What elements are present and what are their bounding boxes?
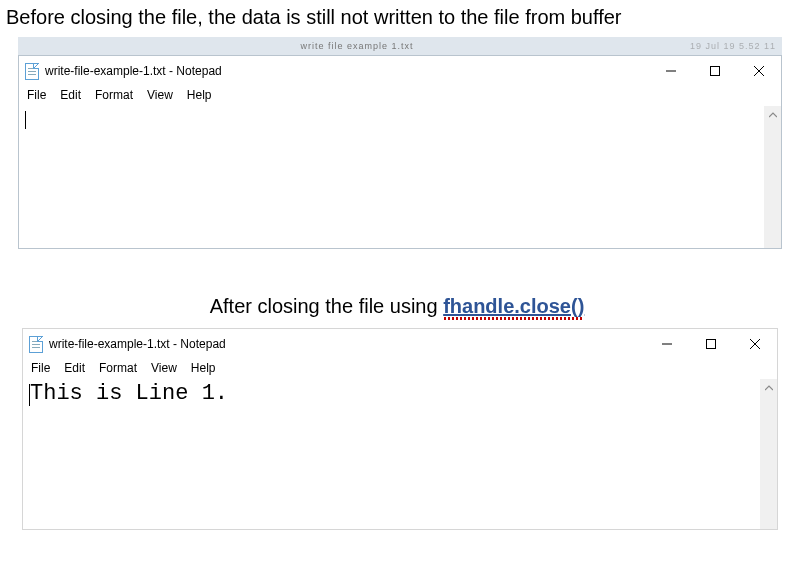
editor-wrap (19, 106, 781, 248)
notepad-frame-2: write-file-example-1.txt - Notepad File … (22, 328, 778, 530)
window-title: write-file-example-1.txt - Notepad (45, 64, 649, 78)
scroll-up-button[interactable] (764, 106, 781, 123)
editor-wrap: This is Line 1. (23, 379, 777, 529)
window-controls (645, 329, 777, 359)
close-button[interactable] (733, 329, 777, 359)
explorer-timestamp: 19 Jul 19 5.52 11 (690, 41, 776, 51)
text-caret (25, 111, 26, 129)
chevron-up-icon (769, 111, 777, 119)
vertical-scrollbar[interactable] (760, 379, 777, 529)
window-title: write-file-example-1.txt - Notepad (49, 337, 645, 351)
notepad-document-icon (25, 63, 39, 80)
menu-file[interactable]: File (27, 88, 46, 102)
explorer-decor-strip: write file example 1.txt 19 Jul 19 5.52 … (18, 37, 782, 55)
titlebar: write-file-example-1.txt - Notepad (19, 56, 781, 86)
code-fhandle-close: fhandle.close() (443, 295, 584, 317)
caption-before: Before closing the file, the data is sti… (0, 4, 794, 31)
maximize-icon (710, 66, 720, 76)
svg-rect-1 (711, 67, 720, 76)
window-controls (649, 56, 781, 86)
menu-help[interactable]: Help (191, 361, 216, 375)
menu-format[interactable]: Format (99, 361, 137, 375)
maximize-button[interactable] (693, 56, 737, 86)
editor-content: This is Line 1. (30, 381, 228, 406)
menu-help[interactable]: Help (187, 88, 212, 102)
text-editor[interactable]: This is Line 1. (23, 379, 777, 529)
text-editor[interactable] (19, 106, 781, 248)
minimize-icon (666, 66, 676, 76)
svg-rect-5 (707, 340, 716, 349)
notepad-document-icon (29, 336, 43, 353)
caption-after-prefix: After closing the file using (210, 295, 443, 317)
spellcheck-squiggle (443, 317, 584, 320)
minimize-icon (662, 339, 672, 349)
notepad-window-2: write-file-example-1.txt - Notepad File … (22, 328, 778, 530)
close-icon (750, 339, 760, 349)
menu-format[interactable]: Format (95, 88, 133, 102)
minimize-button[interactable] (645, 329, 689, 359)
chevron-up-icon (765, 384, 773, 392)
vertical-scrollbar[interactable] (764, 106, 781, 248)
close-icon (754, 66, 764, 76)
menu-edit[interactable]: Edit (60, 88, 81, 102)
close-button[interactable] (737, 56, 781, 86)
maximize-icon (706, 339, 716, 349)
caption-after: After closing the file using fhandle.clo… (0, 293, 794, 320)
menu-file[interactable]: File (31, 361, 50, 375)
maximize-button[interactable] (689, 329, 733, 359)
menu-edit[interactable]: Edit (64, 361, 85, 375)
menu-view[interactable]: View (147, 88, 173, 102)
menubar: File Edit Format View Help (23, 359, 777, 379)
menu-view[interactable]: View (151, 361, 177, 375)
notepad-frame-1: write file example 1.txt 19 Jul 19 5.52 … (18, 37, 782, 249)
titlebar: write-file-example-1.txt - Notepad (23, 329, 777, 359)
menubar: File Edit Format View Help (19, 86, 781, 106)
scroll-up-button[interactable] (760, 379, 777, 396)
notepad-window-1: write-file-example-1.txt - Notepad File … (18, 55, 782, 249)
explorer-tab-label: write file example 1.txt (300, 41, 413, 51)
minimize-button[interactable] (649, 56, 693, 86)
